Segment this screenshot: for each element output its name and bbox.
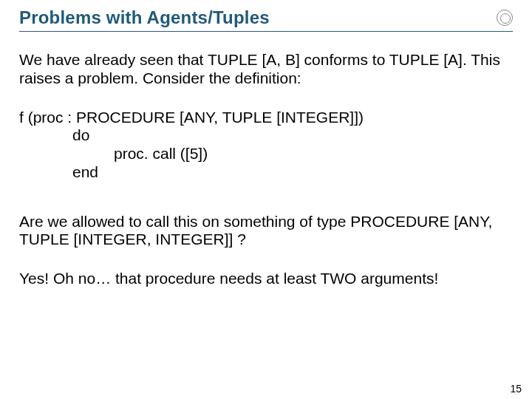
code-block: f (proc : PROCEDURE [ANY, TUPLE [INTEGER… bbox=[19, 109, 513, 182]
title-row: Problems with Agents/Tuples bbox=[19, 7, 513, 32]
slide-body: We have already seen that TUPLE [A, B] c… bbox=[19, 51, 513, 288]
circle-logo-icon bbox=[497, 10, 513, 26]
question-paragraph: Are we allowed to call this on something… bbox=[19, 213, 513, 250]
page-number: 15 bbox=[510, 383, 522, 395]
slide: Problems with Agents/Tuples We have alre… bbox=[0, 0, 532, 399]
code-call: proc. call ([5]) bbox=[114, 145, 513, 163]
answer-paragraph: Yes! Oh no… that procedure needs at leas… bbox=[19, 270, 513, 288]
code-end: end bbox=[72, 163, 513, 182]
slide-title: Problems with Agents/Tuples bbox=[19, 7, 270, 28]
intro-paragraph: We have already seen that TUPLE [A, B] c… bbox=[19, 51, 513, 88]
code-do: do bbox=[72, 126, 513, 145]
code-signature: f (proc : PROCEDURE [ANY, TUPLE [INTEGER… bbox=[19, 109, 513, 127]
